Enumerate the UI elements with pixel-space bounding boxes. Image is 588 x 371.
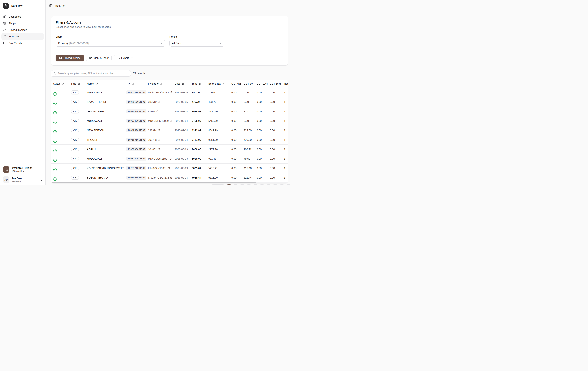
invoice-link[interactable]: 222914 [148,129,160,132]
tin-pill: 1003749GST501 [126,119,146,123]
invoice-link[interactable]: 81108 [148,110,158,113]
tax-amount: 1 [282,154,288,163]
gst6-amount: 0.00 [230,144,242,154]
supplier-name: GREEN LIGHT [85,107,124,116]
sidebar-item-shops[interactable]: Shops [1,20,44,27]
gst6-amount: 0.00 [230,135,242,144]
sort-icon[interactable] [160,83,162,85]
sidebar-item-label: Upload Invoices [9,29,27,32]
supplier-name: POISE DISTRIBUTORS PVT LTD [85,163,124,173]
pagination-button[interactable] [233,185,238,186]
before-tax-amount: 5450.00 [206,116,230,126]
pagination-button[interactable] [259,185,265,186]
store-icon [3,22,6,25]
records-count: 74 records [133,72,145,75]
jar-icon [4,4,8,8]
invoice-date: 2025-09-23 [173,144,190,154]
pagination-button[interactable] [279,185,284,186]
sort-icon[interactable] [78,83,80,85]
sort-icon[interactable] [182,83,184,85]
search-icon [53,72,56,75]
external-link-icon [170,91,172,94]
manual-input-button[interactable]: Manual Input [86,55,112,61]
invoice-link[interactable]: SF/25/POS/23133 [148,176,172,179]
pagination-button[interactable] [246,185,252,186]
invoice-link[interactable]: MD/ICS/25/17215 [148,91,172,94]
sidebar-item-input-tax[interactable]: Input Tax [1,33,44,40]
panel-left-icon[interactable] [49,4,52,7]
upload-icon [3,28,6,32]
pagination-button[interactable] [211,185,225,186]
invoice-link[interactable]: 104062 [148,148,160,151]
total-amount: 470.00 [190,97,206,107]
search-input[interactable] [58,72,128,75]
tin-pill: 1003749GST501 [126,90,146,94]
invoice-link[interactable]: MD/ICS/25/16837 [148,157,172,160]
column-header: Invoice # [146,80,173,88]
gst8-amount: 0.00 [242,88,255,97]
gst6-amount: 0.00 [230,173,242,182]
invoice-link[interactable]: 793728 [148,138,160,141]
gst16-amount: 0.00 [268,97,282,107]
invoice-link[interactable]: MD/ICS/25/16960 [148,120,172,122]
before-tax-amount: 4049.99 [206,126,230,135]
upload-invoice-button[interactable]: Upload Invoice [56,55,84,61]
flag-badge: OK [71,119,79,123]
tax-amount: 1 [282,107,288,116]
dashboard-icon [3,15,6,18]
sort-icon[interactable] [222,83,225,85]
column-header: GST 16% [268,80,282,88]
shop-select[interactable]: Kreating (1003179GST501) [56,40,165,47]
total-amount: 750.00 [190,88,206,97]
user-menu[interactable]: AD Joe Deo 9999999 [1,176,44,183]
sort-icon[interactable] [199,83,201,85]
period-select[interactable]: All Data [169,40,224,47]
scrollbar-thumb[interactable] [52,182,256,183]
brand-name: Tax Flow [11,4,22,8]
input-tax-page: { "brand": { "name": "Tax Flow" }, "side… [0,0,294,186]
sort-icon[interactable] [62,83,64,85]
pagination-button[interactable] [240,185,245,186]
sidebar-item-buy-credits[interactable]: Buy Credits [1,40,44,46]
sidebar-item-label: Input Tax [9,35,19,38]
gst16-amount: 0.00 [268,135,282,144]
credits-value: 100 credits [11,170,32,173]
gst12-amount: 0.00 [255,135,268,144]
tin-pill: 1087853GST501 [126,100,146,104]
sidebar-item-dashboard[interactable]: Dashboard [1,13,44,20]
gst16-amount: 0.00 [268,116,282,126]
column-header: Status [51,80,69,88]
invoice-link[interactable]: 380512 [148,100,160,103]
gst12-amount: 0.00 [255,154,268,163]
tin-pill: 1004968GST501 [126,128,146,132]
pagination-button[interactable] [286,185,291,186]
tin-pill: 1108833GST501 [126,147,146,151]
pagination-button[interactable] [253,185,258,186]
sort-icon[interactable] [132,83,134,85]
column-header: Date [173,80,190,88]
before-tax-amount: 981.48 [206,154,230,163]
invoice-date: 2025-09-24 [173,126,190,135]
square-pen-icon [89,57,92,59]
total-amount: 2976.91 [190,107,206,116]
sort-icon[interactable] [95,83,98,85]
pagination-button[interactable] [266,185,271,186]
export-button[interactable]: Export [114,55,136,61]
divider [56,50,284,50]
external-link-icon [158,101,160,103]
total-amount: 7039.44 [190,173,206,182]
table-row: OK BAZAR THUNDI 1087853GST501 380512 [51,97,288,107]
gst8-amount: 720.00 [242,135,255,144]
pagination-button[interactable] [273,185,278,186]
supplier-name: MUDUVAALI [85,116,124,126]
sidebar-item-upload-invoices[interactable]: Upload Invoices [1,27,44,33]
status-ok-icon [53,111,69,115]
invoice-link[interactable]: INV/2025/10331 [148,167,170,170]
pagination-button[interactable] [226,185,232,186]
gst6-amount: 0.00 [230,97,242,107]
gst12-amount: 0.00 [255,144,268,154]
credits-title: Available Credits [11,167,32,169]
tin-pill: 1001601GST501 [126,138,146,142]
file-text-icon [3,35,6,38]
period-field: Period All Data [169,35,224,47]
